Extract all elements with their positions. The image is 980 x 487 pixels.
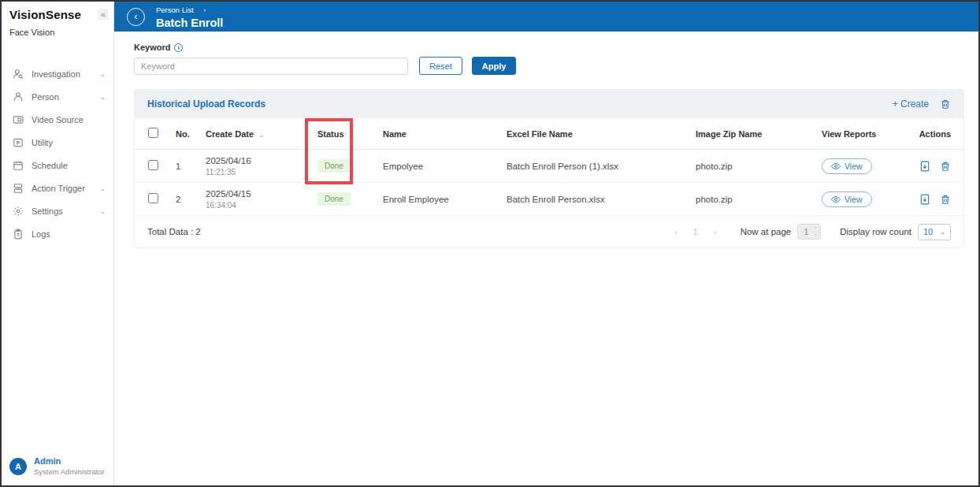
sidebar-collapse-icon[interactable]: « [98,9,109,20]
row-checkbox[interactable] [148,160,158,170]
table-row: 2 2025/04/15 16:34:04 Done Enroll Employ… [135,183,963,216]
breadcrumb[interactable]: Person List › [156,6,223,14]
sidebar-item-label: Action Trigger [32,184,99,193]
next-page-icon[interactable]: › [709,227,722,236]
user-profile[interactable]: A Admin System Administrator [2,456,113,476]
sidebar-item-settings[interactable]: Settings ⌄ [2,199,113,222]
page-title: Batch Enroll [156,17,223,29]
sidebar-item-utility[interactable]: Utility [2,131,113,154]
row-count-label: Display row count [840,227,911,236]
chevron-down-icon: ⌄ [99,207,106,215]
sidebar-item-schedule[interactable]: Schedule [2,154,113,177]
breadcrumb-parent[interactable]: Person List [156,6,194,14]
apply-button[interactable]: Apply [472,57,517,75]
app-subtitle: Face Vision [9,28,106,37]
breadcrumb-separator-icon: › [203,6,206,14]
utility-icon [12,136,24,148]
spinner-icon[interactable]: ⌃⌄ [814,226,818,237]
download-report-icon[interactable] [919,194,930,205]
investigation-icon [12,68,24,80]
row-zip: photo.zip [696,162,822,171]
sidebar-item-label: Utility [32,138,106,147]
calendar-icon [12,159,24,171]
create-button[interactable]: + Create [893,99,929,110]
user-name: Admin [34,456,105,466]
sidebar: VisionSense Face Vision « Investigation … [2,2,114,485]
sidebar-item-action-trigger[interactable]: Action Trigger ⌄ [2,177,113,199]
sidebar-item-label: Person [32,92,99,102]
sidebar-item-person[interactable]: Person ⌄ [2,85,113,108]
sidebar-item-label: Video Source [32,115,106,125]
bulk-delete-icon[interactable] [940,99,951,110]
sidebar-nav: Investigation ⌄ Person ⌄ Video Source [2,62,113,245]
records-card: Historical Upload Records + Create No. C… [134,89,964,248]
sidebar-item-label: Settings [32,206,99,216]
back-button[interactable]: ‹ [127,8,145,26]
chevron-down-icon: ⌄ [99,184,106,192]
sidebar-item-label: Logs [32,229,106,239]
row-zip: photo.zip [696,195,822,204]
sidebar-item-investigation[interactable]: Investigation ⌄ [2,62,113,85]
info-icon[interactable]: i [174,43,183,52]
chevron-down-icon: ⌄ [99,70,106,78]
col-zip: Image Zip Name [696,129,822,139]
records-title: Historical Upload Records [147,99,265,110]
row-checkbox[interactable] [148,193,158,203]
app-title: VisionSense [9,8,106,21]
reset-button[interactable]: Reset [419,57,462,75]
eye-icon [831,195,841,204]
col-status: Status [308,129,383,139]
delete-icon[interactable] [940,194,951,205]
download-report-icon[interactable] [919,161,930,172]
sort-icon[interactable]: ⌄ [258,131,265,139]
status-badge: Done [317,192,351,206]
total-data-label: Total Data : 2 [147,227,201,236]
sidebar-item-label: Investigation [32,69,99,79]
col-excel: Excel File Name [507,129,696,139]
prev-page-icon[interactable]: ‹ [670,227,682,236]
chevron-down-icon: ⌄ [940,229,945,236]
gear-icon [12,205,24,217]
row-excel: Batch Enroll Person.xlsx [507,195,696,204]
records-card-header: Historical Upload Records + Create [135,90,963,118]
keyword-input[interactable] [134,58,408,75]
action-trigger-icon [12,182,24,194]
status-badge: Done [317,159,351,173]
page-input[interactable]: 1 ⌃⌄ [797,224,821,240]
select-all-checkbox[interactable] [148,128,158,138]
avatar: A [9,458,27,475]
now-at-page-label: Now at page [741,227,792,236]
table-footer: Total Data : 2 ‹ 1 › Now at page 1 ⌃⌄ Di… [135,216,963,247]
sidebar-item-logs[interactable]: Logs [2,222,113,245]
row-date: 2025/04/16 [206,156,308,165]
table-header-row: No. Create Date⌄ Status Name Excel File … [135,118,963,150]
view-button[interactable]: View [822,191,872,207]
view-button[interactable]: View [822,158,872,174]
row-date: 2025/04/15 [206,189,308,199]
table-row: 1 2025/04/16 11:21:35 Done Empolyee Batc… [135,150,963,183]
row-excel: Batch Enroll Person (1).xlsx [507,162,696,171]
row-time: 16:34:04 [206,201,308,210]
brand: VisionSense Face Vision [2,2,113,37]
page-number[interactable]: 1 [689,227,703,236]
filter-section: Keyword i Reset Apply [134,43,516,75]
chevron-down-icon: ⌄ [99,93,106,101]
user-role: System Administrator [34,467,105,476]
col-no: No. [176,129,206,139]
col-actions: Actions [900,129,965,139]
logs-icon [12,228,24,240]
delete-icon[interactable] [940,161,951,172]
row-no: 2 [176,195,206,204]
person-icon [12,91,24,102]
col-view-reports: View Reports [822,129,900,139]
row-no: 1 [176,162,206,171]
page-header: ‹ Person List › Batch Enroll [114,2,980,32]
row-name: Empolyee [383,162,507,171]
sidebar-item-video-source[interactable]: Video Source [2,108,113,131]
eye-icon [831,162,841,171]
col-create-date[interactable]: Create Date⌄ [206,129,308,139]
row-time: 11:21:35 [206,168,308,177]
row-count-select[interactable]: 10 ⌄ [918,224,951,240]
main-area: ‹ Person List › Batch Enroll Keyword i R… [114,2,980,485]
keyword-label: Keyword [134,43,170,52]
